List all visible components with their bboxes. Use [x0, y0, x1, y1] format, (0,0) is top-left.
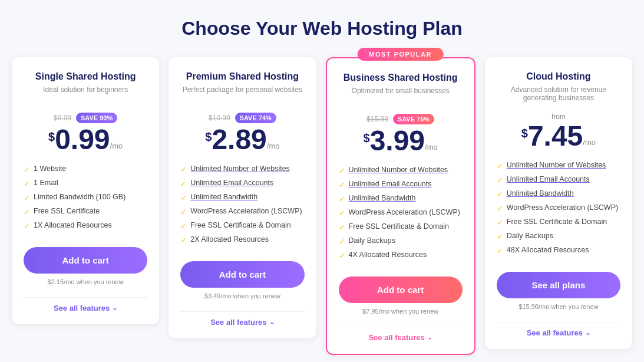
- popular-badge: MOST POPULAR: [357, 48, 444, 61]
- price-dollar: $: [48, 130, 55, 144]
- see-features-link[interactable]: See all features ⌄: [339, 333, 463, 342]
- check-icon: ✓: [497, 218, 503, 227]
- price-suffix: /mo: [267, 141, 280, 150]
- price-display: $ 7.45 /mo: [497, 122, 620, 150]
- chevron-down-icon: ⌄: [427, 334, 432, 341]
- feature-text: Unlimited Number of Websites: [507, 161, 606, 169]
- feature-item: ✓ 4X Allocated Resources: [339, 251, 463, 260]
- check-icon: ✓: [24, 165, 30, 174]
- renew-price: $3.49/mo when you renew: [180, 292, 304, 300]
- check-icon: ✓: [339, 195, 345, 203]
- see-features-link[interactable]: See all features ⌄: [24, 304, 147, 312]
- price-display: $ 2.89 /mo: [180, 126, 304, 154]
- check-icon: ✓: [24, 193, 30, 202]
- see-features-label: See all features: [368, 333, 424, 342]
- price-dollar: $: [205, 130, 212, 144]
- feature-text: Unlimited Number of Websites: [349, 166, 448, 174]
- feature-item: ✓ 2X Allocated Resources: [180, 235, 304, 245]
- price-display: $ 3.99 /mo: [339, 127, 463, 155]
- check-icon: ✓: [497, 232, 503, 241]
- feature-text: 48X Allocated Resources: [507, 246, 589, 254]
- check-icon: ✓: [497, 176, 503, 185]
- add-to-cart-button[interactable]: See all plans: [497, 272, 620, 298]
- check-icon: ✓: [180, 193, 187, 202]
- save-badge: SAVE 74%: [235, 113, 276, 123]
- features-list: ✓ Unlimited Number of Websites ✓ Unlimit…: [339, 166, 463, 265]
- plan-desc: Advanced solution for revenue generating…: [497, 85, 620, 104]
- features-list: ✓ Unlimited Number of Websites ✓ Unlimit…: [497, 161, 620, 260]
- divider: [24, 297, 147, 298]
- check-icon: ✓: [339, 237, 345, 246]
- feature-item: ✓ WordPress Acceleration (LSCWP): [339, 208, 463, 218]
- check-icon: ✓: [339, 180, 345, 189]
- save-badge: SAVE 75%: [393, 114, 434, 124]
- plan-name: Single Shared Hosting: [24, 71, 147, 82]
- feature-text: Free SSL Certificate & Domain: [190, 221, 290, 229]
- price-suffix: /mo: [110, 141, 123, 150]
- feature-text: Unlimited Bandwidth: [190, 193, 257, 201]
- check-icon: ✓: [339, 251, 345, 260]
- feature-item: ✓ 48X Allocated Resources: [497, 246, 620, 255]
- feature-item: ✓ Unlimited Number of Websites: [339, 166, 463, 175]
- feature-item: ✓ Limited Bandwidth (100 GB): [24, 193, 147, 202]
- price-display: $ 0.99 /mo: [24, 126, 147, 154]
- pricing-row: $10.99SAVE 74%: [180, 113, 304, 123]
- feature-item: ✓ Unlimited Bandwidth: [497, 189, 620, 199]
- feature-text: WordPress Acceleration (LSCWP): [190, 207, 302, 215]
- feature-text: Daily Backups: [349, 236, 395, 245]
- check-icon: ✓: [24, 222, 30, 231]
- feature-item: ✓ Unlimited Email Accounts: [497, 175, 620, 185]
- see-features-link[interactable]: See all features ⌄: [497, 328, 620, 337]
- plan-name: Premium Shared Hosting: [180, 71, 304, 82]
- from-label: from: [497, 113, 620, 121]
- check-icon: ✓: [180, 179, 187, 188]
- price-dollar: $: [364, 131, 370, 145]
- price-suffix: /mo: [425, 143, 438, 152]
- price-suffix: /mo: [583, 138, 596, 147]
- feature-text: Unlimited Number of Websites: [190, 164, 290, 173]
- add-to-cart-button[interactable]: Add to cart: [180, 261, 304, 288]
- chevron-down-icon: ⌄: [585, 329, 590, 337]
- price-amount: 2.89: [212, 126, 266, 154]
- check-icon: ✓: [24, 179, 30, 188]
- plan-card-cloud: Cloud HostingAdvanced solution for reven…: [485, 57, 632, 349]
- check-icon: ✓: [180, 222, 187, 231]
- price-amount: 3.99: [370, 127, 425, 155]
- add-to-cart-button[interactable]: Add to cart: [24, 247, 147, 274]
- feature-item: ✓ Free SSL Certificate: [24, 207, 147, 216]
- feature-item: ✓ 1X Allocated Resources: [24, 221, 147, 231]
- plan-name: Business Shared Hosting: [339, 73, 463, 83]
- feature-text: Unlimited Email Accounts: [349, 180, 432, 188]
- divider: [339, 327, 463, 327]
- check-icon: ✓: [497, 190, 503, 199]
- feature-text: WordPress Acceleration (LSCWP): [349, 208, 460, 216]
- plan-desc: Perfect package for personal websites: [180, 85, 304, 104]
- plan-card-single: Single Shared HostingIdeal solution for …: [12, 57, 159, 324]
- divider: [497, 322, 620, 322]
- renew-price: $2.15/mo when you renew: [24, 278, 147, 285]
- check-icon: ✓: [180, 208, 187, 216]
- feature-text: 1X Allocated Resources: [34, 221, 112, 229]
- plan-card-premium: Premium Shared HostingPerfect package fo…: [169, 57, 316, 338]
- add-to-cart-button[interactable]: Add to cart: [339, 277, 463, 303]
- see-features-label: See all features: [210, 318, 266, 327]
- save-badge: SAVE 90%: [76, 113, 117, 123]
- see-features-label: See all features: [527, 328, 583, 337]
- pricing-row: $15.99SAVE 75%: [339, 114, 463, 124]
- renew-price: $7.95/mo when you renew: [339, 308, 463, 315]
- plan-desc: Optimized for small businesses: [339, 87, 463, 106]
- features-list: ✓ 1 Website ✓ 1 Email ✓ Limited Bandwidt…: [24, 164, 147, 235]
- check-icon: ✓: [497, 162, 503, 170]
- price-dollar: $: [521, 127, 528, 140]
- check-icon: ✓: [497, 246, 503, 255]
- feature-item: ✓ Unlimited Email Accounts: [180, 179, 304, 188]
- feature-text: Unlimited Email Accounts: [190, 179, 273, 187]
- feature-item: ✓ Free SSL Certificate & Domain: [180, 221, 304, 231]
- pricing-row: $9.99SAVE 90%: [24, 113, 147, 123]
- check-icon: ✓: [497, 204, 503, 213]
- feature-text: Daily Backups: [507, 232, 553, 240]
- original-price: $9.99: [54, 114, 71, 122]
- see-features-link[interactable]: See all features ⌄: [180, 318, 304, 327]
- feature-item: ✓ 1 Website: [24, 164, 147, 174]
- feature-item: ✓ Unlimited Bandwidth: [180, 193, 304, 202]
